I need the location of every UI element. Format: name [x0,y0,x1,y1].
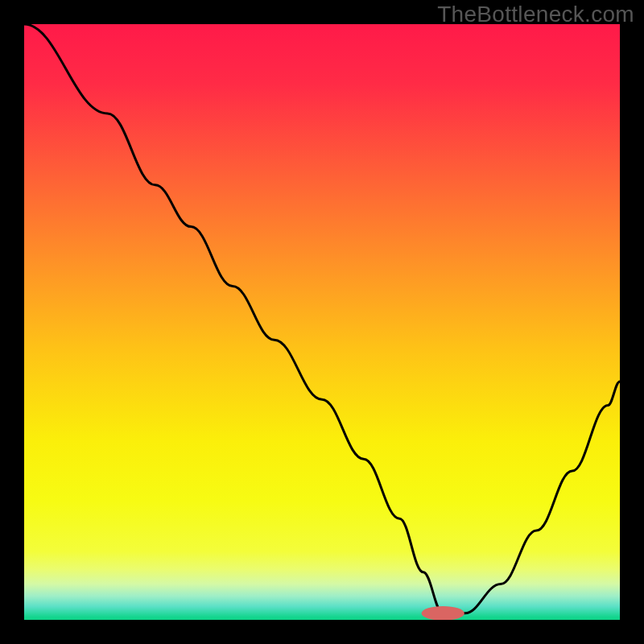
optimal-marker [422,606,464,620]
watermark-label: TheBottleneck.com [437,2,634,27]
gradient-background [24,24,620,620]
chart-plot [24,24,620,620]
chart-frame: TheBottleneck.com [0,0,644,644]
